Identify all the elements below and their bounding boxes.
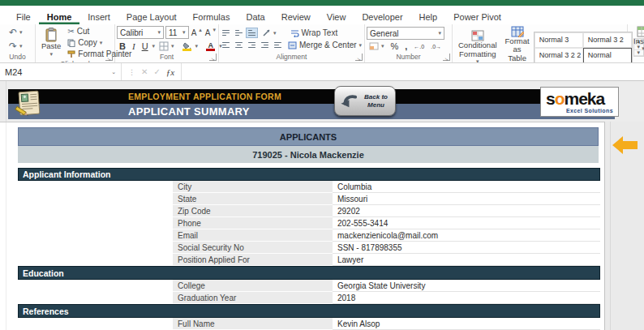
style-normal-3-2-2[interactable]: Normal 3 2 2 — [535, 48, 583, 63]
title-bar — [0, 0, 644, 6]
row-spacer — [18, 205, 173, 217]
section-references[interactable]: References — [18, 304, 600, 318]
tab-help[interactable]: Help — [411, 6, 446, 24]
formula-bar: M24 ⌄ ⋮ ✕ ✓ ƒx — [0, 63, 644, 81]
number-format-select[interactable]: General▾ — [367, 27, 444, 40]
alignment-dialog-launcher[interactable] — [355, 54, 363, 61]
redo-button[interactable]: ↷▾ — [6, 41, 25, 52]
increase-indent-button[interactable] — [273, 41, 283, 50]
merge-center-button[interactable]: Merge & Center▾ — [286, 40, 364, 50]
middle-align-button[interactable] — [234, 28, 244, 38]
section-applicant-information[interactable]: Applicant Information — [18, 168, 600, 181]
excel-window: File Home Insert Page Layout Formulas Da… — [0, 0, 644, 330]
formula-input[interactable] — [182, 63, 644, 80]
field-value[interactable]: SSN - 817898355 — [333, 242, 600, 254]
tab-insert[interactable]: Insert — [79, 6, 118, 24]
increase-decimal-button[interactable]: ←.0 — [411, 43, 427, 50]
paste-button[interactable]: Paste▾ — [37, 28, 65, 57]
style-normal-3-2[interactable]: Normal 3 2 — [583, 32, 632, 48]
table-row: CityColumbia — [18, 181, 600, 193]
form-subtitle-band — [8, 104, 615, 119]
orientation-button[interactable]: ▾ — [260, 28, 279, 38]
font-size-select[interactable]: 11▾ — [165, 26, 189, 39]
field-label[interactable]: Phone — [173, 217, 333, 229]
section-education[interactable]: Education — [18, 266, 600, 280]
underline-dropdown[interactable]: ▾ — [152, 43, 156, 49]
select-applicant-arrow-icon[interactable] — [612, 135, 638, 155]
field-value[interactable]: mackenzienicola@mail.com — [333, 229, 600, 242]
field-label[interactable]: Email — [173, 229, 333, 242]
field-value[interactable]: Columbia — [333, 181, 600, 193]
tab-review[interactable]: Review — [273, 6, 319, 24]
applicants-header-cell[interactable]: APPLICANTS — [18, 127, 599, 146]
align-left-button[interactable] — [221, 41, 231, 50]
format-as-table-button[interactable]: Format as Table▾ — [501, 26, 534, 63]
comma-style-button[interactable]: , — [402, 41, 410, 51]
grow-font-button[interactable]: A▴ — [191, 28, 203, 37]
shrink-font-button[interactable]: A▾ — [204, 28, 217, 37]
field-label[interactable]: Position Applied For — [173, 254, 333, 266]
field-label[interactable]: Social Security No — [173, 242, 333, 254]
font-size-value: 11 — [169, 28, 177, 37]
styles-gallery: Normal 3 Normal 3 2 Normal 3 2 2 Normal — [534, 32, 633, 64]
underline-button[interactable]: U — [140, 41, 151, 51]
name-box[interactable]: M24 ⌄ — [0, 63, 122, 80]
tab-power-pivot[interactable]: Power Pivot — [445, 6, 509, 24]
field-value[interactable]: 202-555-3414 — [333, 217, 600, 229]
borders-button[interactable]: ▾ — [157, 41, 177, 52]
conditional-formatting-button[interactable]: Conditional Formatting▾ — [454, 30, 501, 63]
field-value[interactable]: Missouri — [333, 193, 600, 205]
tab-developer[interactable]: Developer — [354, 6, 410, 24]
field-label[interactable]: State — [173, 193, 333, 205]
field-label[interactable]: City — [173, 181, 333, 193]
tab-page-layout[interactable]: Page Layout — [118, 6, 185, 24]
enter-icon[interactable]: ✓ — [153, 67, 160, 76]
decrease-indent-button[interactable] — [260, 41, 270, 50]
table-row: Emailmackenzienicola@mail.com — [18, 229, 600, 242]
font-name-select[interactable]: Calibri▾ — [117, 26, 164, 39]
style-normal-3[interactable]: Normal 3 — [535, 32, 583, 48]
field-label[interactable]: Full Name — [173, 318, 333, 330]
back-to-menu-button[interactable]: Back to Menu — [334, 86, 396, 116]
someka-brand: someka — [546, 90, 613, 107]
top-align-button[interactable] — [221, 28, 231, 38]
clipboard-dialog-launcher[interactable] — [105, 54, 113, 61]
merge-center-icon — [288, 41, 297, 49]
row-spacer — [18, 229, 173, 242]
italic-button[interactable]: I — [130, 41, 138, 51]
bold-button[interactable]: B — [117, 41, 128, 51]
field-value[interactable]: Georgia State University — [333, 280, 600, 292]
field-label[interactable]: Zip Code — [173, 205, 333, 217]
style-normal-selected[interactable]: Normal — [583, 48, 632, 63]
cancel-icon[interactable]: ✕ — [141, 67, 148, 76]
fill-color-button[interactable]: ▾ — [178, 41, 201, 52]
insert-cells-button[interactable]: Insert▾ — [629, 26, 644, 52]
bottom-align-button[interactable] — [247, 28, 257, 38]
tab-home[interactable]: Home — [39, 6, 80, 24]
align-right-button[interactable] — [247, 41, 257, 50]
field-label[interactable]: College — [173, 280, 333, 292]
number-dialog-launcher[interactable] — [443, 54, 450, 61]
undo-button[interactable]: ↶▾ — [6, 27, 25, 38]
tab-formulas[interactable]: Formulas — [185, 6, 238, 24]
field-value[interactable]: 2018 — [333, 292, 600, 304]
field-value[interactable]: Lawyer — [333, 254, 600, 266]
align-center-button[interactable] — [234, 41, 244, 50]
field-label[interactable]: Graduation Year — [173, 292, 333, 304]
tab-view[interactable]: View — [319, 6, 354, 24]
name-box-dropdown-icon[interactable]: ⌄ — [111, 69, 116, 75]
paste-label: Paste — [41, 42, 61, 50]
accounting-format-button[interactable]: ▾ — [367, 41, 387, 51]
wrap-text-button[interactable]: Wrap Text — [288, 28, 341, 38]
form-subtitle: APPLICANT SUMMARY — [128, 105, 250, 118]
field-value[interactable]: Kevin Alsop — [333, 318, 600, 330]
tab-file[interactable]: File — [8, 6, 39, 24]
decrease-decimal-button[interactable]: .0→ — [428, 43, 444, 50]
ribbon: ↶▾ ↷▾ Undo Paste▾ ✂Cut Copy▾ Format Pain… — [0, 24, 644, 63]
font-dialog-launcher[interactable] — [209, 54, 217, 61]
insert-function-button[interactable]: ƒx — [166, 67, 174, 77]
field-value[interactable]: 29202 — [333, 205, 600, 217]
applicant-selector-cell[interactable]: 719025 - Nicola Mackenzie — [18, 146, 599, 163]
percent-style-button[interactable]: % — [389, 41, 401, 51]
tab-data[interactable]: Data — [238, 6, 273, 24]
